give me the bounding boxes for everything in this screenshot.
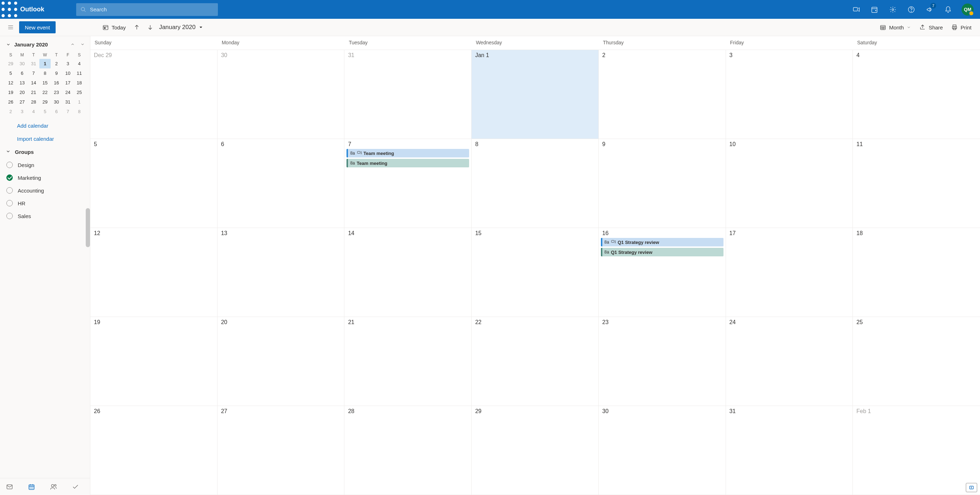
search-input[interactable] xyxy=(90,6,214,13)
mini-day[interactable]: 2 xyxy=(51,59,62,69)
day-cell[interactable]: Jan 1 xyxy=(472,50,599,139)
day-cell[interactable]: 3 xyxy=(726,50,853,139)
calendar-checkbox[interactable] xyxy=(6,200,13,206)
day-cell[interactable]: 26 xyxy=(90,406,218,495)
mini-day[interactable]: 18 xyxy=(74,78,85,88)
mini-day[interactable]: 9 xyxy=(51,69,62,78)
mini-day[interactable]: 29 xyxy=(5,59,16,69)
next-period-button[interactable] xyxy=(143,19,157,36)
calendar-group-item[interactable]: Marketing xyxy=(0,171,90,184)
day-cell[interactable]: 23 xyxy=(599,317,726,406)
mini-day[interactable]: 4 xyxy=(28,107,39,116)
teams-chat-icon[interactable] xyxy=(848,0,864,19)
day-cell[interactable]: 12 xyxy=(90,228,218,317)
account-avatar[interactable]: QM xyxy=(962,3,974,16)
view-switcher-button[interactable]: Month xyxy=(875,19,915,36)
today-button[interactable]: Today xyxy=(98,19,130,36)
date-picker-button[interactable]: January 2020 xyxy=(157,24,205,31)
mini-day[interactable]: 19 xyxy=(5,88,16,97)
mini-day[interactable]: 13 xyxy=(16,78,28,88)
day-cell[interactable]: 13 xyxy=(218,228,345,317)
day-cell[interactable]: 21 xyxy=(344,317,472,406)
calendar-group-item[interactable]: Accounting xyxy=(0,184,90,197)
mini-day[interactable]: 14 xyxy=(28,78,39,88)
mini-day[interactable]: 20 xyxy=(16,88,28,97)
sidebar-scrollbar[interactable] xyxy=(86,208,90,247)
day-cell[interactable]: 17 xyxy=(726,228,853,317)
day-cell[interactable]: 25 xyxy=(853,317,980,406)
mini-day[interactable]: 4 xyxy=(74,59,85,69)
new-event-button[interactable]: New event xyxy=(19,21,56,34)
todo-app-button[interactable] xyxy=(70,481,81,493)
mini-day[interactable]: 27 xyxy=(16,97,28,107)
mini-cal-prev-button[interactable] xyxy=(68,40,77,49)
calendar-checkbox[interactable] xyxy=(6,162,13,168)
prev-period-button[interactable] xyxy=(130,19,143,36)
day-cell[interactable]: 18 xyxy=(853,228,980,317)
search-box[interactable] xyxy=(76,3,218,16)
mini-day[interactable]: 5 xyxy=(39,107,51,116)
calendar-group-item[interactable]: Design xyxy=(0,158,90,171)
day-cell[interactable]: 5 xyxy=(90,139,218,228)
day-cell[interactable]: 24 xyxy=(726,317,853,406)
day-cell[interactable]: 10 xyxy=(726,139,853,228)
mini-day[interactable]: 1 xyxy=(39,59,51,69)
expand-pane-button[interactable] xyxy=(966,483,977,492)
mini-day[interactable]: 21 xyxy=(28,88,39,97)
calendar-event[interactable]: 8aTeam meeting xyxy=(347,149,469,157)
mini-day[interactable]: 26 xyxy=(5,97,16,107)
day-cell[interactable]: 9 xyxy=(599,139,726,228)
mini-day[interactable]: 16 xyxy=(51,78,62,88)
whats-new-icon[interactable]: 7 xyxy=(921,0,938,19)
day-cell[interactable]: 30 xyxy=(218,50,345,139)
mini-day[interactable]: 31 xyxy=(28,59,39,69)
people-app-button[interactable] xyxy=(48,481,59,493)
mini-cal-next-button[interactable] xyxy=(78,40,87,49)
mini-day[interactable]: 6 xyxy=(16,69,28,78)
mini-day[interactable]: 28 xyxy=(28,97,39,107)
mini-day[interactable]: 17 xyxy=(62,78,73,88)
day-cell[interactable]: 27 xyxy=(218,406,345,495)
mini-day[interactable]: 22 xyxy=(39,88,51,97)
mini-day[interactable]: 15 xyxy=(39,78,51,88)
day-cell[interactable]: 168aQ1 Strategy review8aQ1 Strategy revi… xyxy=(599,228,726,317)
mini-day[interactable]: 8 xyxy=(74,107,85,116)
mini-day[interactable]: 5 xyxy=(5,69,16,78)
mini-day[interactable]: 31 xyxy=(62,97,73,107)
mini-day[interactable]: 29 xyxy=(39,97,51,107)
day-cell[interactable]: 30 xyxy=(599,406,726,495)
add-calendar-link[interactable]: Add calendar xyxy=(0,119,90,132)
day-cell[interactable]: 28 xyxy=(344,406,472,495)
calendar-group-item[interactable]: HR xyxy=(0,197,90,209)
mini-day[interactable]: 11 xyxy=(74,69,85,78)
import-calendar-link[interactable]: Import calendar xyxy=(0,132,90,145)
day-cell[interactable]: Feb 1 xyxy=(853,406,980,495)
day-cell[interactable]: Dec 29 xyxy=(90,50,218,139)
day-cell[interactable]: 15 xyxy=(472,228,599,317)
mini-day[interactable]: 10 xyxy=(62,69,73,78)
day-cell[interactable]: 2 xyxy=(599,50,726,139)
mini-day[interactable]: 7 xyxy=(28,69,39,78)
mini-day[interactable]: 12 xyxy=(5,78,16,88)
day-cell[interactable]: 78aTeam meeting8aTeam meeting xyxy=(344,139,472,228)
groups-section-header[interactable]: Groups xyxy=(0,145,90,158)
mini-day[interactable]: 25 xyxy=(74,88,85,97)
share-button[interactable]: Share xyxy=(915,19,947,36)
day-cell[interactable]: 14 xyxy=(344,228,472,317)
day-cell[interactable]: 11 xyxy=(853,139,980,228)
nav-toggle-button[interactable] xyxy=(4,21,17,34)
help-icon[interactable] xyxy=(903,0,920,19)
mini-cal-collapse-button[interactable] xyxy=(3,40,13,49)
day-cell[interactable]: 22 xyxy=(472,317,599,406)
mini-day[interactable]: 30 xyxy=(16,59,28,69)
calendar-event[interactable]: 8aQ1 Strategy review xyxy=(601,248,724,256)
print-button[interactable]: Print xyxy=(947,19,976,36)
mini-day[interactable]: 3 xyxy=(16,107,28,116)
mini-day[interactable]: 1 xyxy=(74,97,85,107)
mini-day[interactable]: 24 xyxy=(62,88,73,97)
calendar-group-item[interactable]: Sales xyxy=(0,209,90,222)
calendar-checkbox[interactable] xyxy=(6,187,13,193)
app-launcher-button[interactable] xyxy=(0,0,19,19)
day-cell[interactable]: 20 xyxy=(218,317,345,406)
mini-day[interactable]: 2 xyxy=(5,107,16,116)
